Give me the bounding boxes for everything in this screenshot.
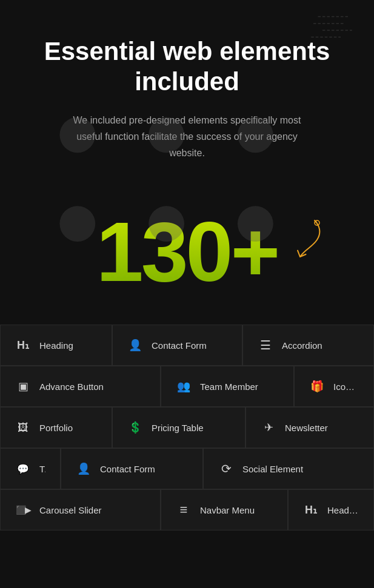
svg-point-6 <box>59 117 95 153</box>
element-testimonials[interactable]: Testimonials <box>0 448 61 489</box>
element-accordion[interactable]: Accordion <box>242 325 374 366</box>
social-element-label: Social Element <box>242 464 303 474</box>
accordion-label: Accordion <box>282 340 322 351</box>
pricing-table-label: Pricing Table <box>152 423 204 433</box>
advance-btn-label: Advance Button <box>39 382 104 392</box>
element-navbar-menu[interactable]: Navbar Menu <box>161 489 288 530</box>
element-icon-box[interactable]: Icon Box <box>294 366 374 407</box>
svg-point-8 <box>238 117 273 153</box>
element-portfolio[interactable]: Portfolio <box>0 407 112 448</box>
counter-section: 130+ <box>0 203 374 325</box>
element-heading-2[interactable]: Heading <box>288 489 374 530</box>
svg-point-9 <box>59 206 95 242</box>
navbar-menu-icon <box>176 502 192 518</box>
svg-point-7 <box>149 117 184 153</box>
elements-row-1: Heading Contact Form Accordion <box>0 325 374 366</box>
portfolio-icon <box>15 420 31 435</box>
newsletter-icon <box>261 420 276 435</box>
newsletter-label: Newsletter <box>285 423 328 433</box>
team-member-label: Team Member <box>200 382 258 392</box>
carousel-slider-icon <box>15 502 31 518</box>
pricing-table-icon <box>127 420 143 435</box>
advance-btn-icon <box>15 378 31 394</box>
element-newsletter[interactable]: Newsletter <box>245 407 374 448</box>
element-heading[interactable]: Heading <box>0 325 112 366</box>
portfolio-label: Portfolio <box>39 423 73 433</box>
testimonials-icon <box>15 461 31 477</box>
contact-form-1-label: Contact Form <box>152 340 207 351</box>
element-social-element[interactable]: Social Element <box>203 448 374 489</box>
navbar-menu-label: Navbar Menu <box>200 505 255 515</box>
heading-label: Heading <box>39 340 73 351</box>
element-contact-form-2[interactable]: Contact Form <box>61 448 203 489</box>
elements-grid: Heading Contact Form Accordion Advance B… <box>0 325 374 555</box>
element-team-member[interactable]: Team Member <box>161 366 294 407</box>
svg-point-10 <box>149 206 184 242</box>
contact-form-2-icon <box>76 461 92 477</box>
contact-form-1-icon <box>127 337 143 353</box>
social-element-icon <box>218 461 234 477</box>
elements-row-3: Portfolio Pricing Table Newsletter <box>0 407 374 448</box>
accordion-icon <box>258 337 273 353</box>
elements-row-5: Carousel Slider Navbar Menu Heading <box>0 489 374 530</box>
deco-dots-icon <box>18 76 374 312</box>
element-pricing-table[interactable]: Pricing Table <box>112 407 245 448</box>
heading-2-icon <box>303 502 319 518</box>
element-contact-form-1[interactable]: Contact Form <box>112 325 242 366</box>
svg-point-11 <box>238 206 273 242</box>
heading-2-label: Heading <box>327 505 359 515</box>
team-member-icon <box>176 378 192 394</box>
deco-dashes-icon <box>307 12 356 48</box>
elements-row-2: Advance Button Team Member Icon Box <box>0 366 374 407</box>
elements-row-4: Testimonials Contact Form Social Element <box>0 448 374 489</box>
testimonials-label: Testimonials <box>39 464 45 474</box>
icon-box-label: Icon Box <box>333 382 359 392</box>
icon-box-icon <box>309 378 325 394</box>
element-advance-button[interactable]: Advance Button <box>0 366 161 407</box>
carousel-slider-label: Carousel Slider <box>39 505 102 515</box>
contact-form-2-label: Contact Form <box>100 464 155 474</box>
heading-icon <box>15 337 31 353</box>
element-carousel-slider[interactable]: Carousel Slider <box>0 489 161 530</box>
